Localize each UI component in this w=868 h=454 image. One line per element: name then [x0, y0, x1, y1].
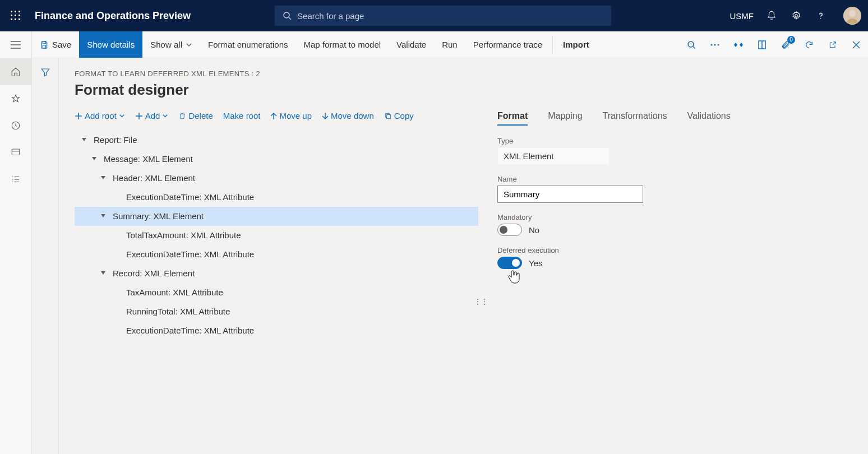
mandatory-toggle[interactable]	[497, 224, 522, 236]
popout-icon[interactable]	[821, 31, 844, 58]
tree-node[interactable]: ExecutionDateTime: XML Attribute	[75, 245, 478, 264]
caret-icon[interactable]	[90, 157, 98, 161]
show-all-label: Show all	[150, 40, 182, 49]
close-icon[interactable]	[844, 31, 868, 58]
home-icon[interactable]	[0, 58, 31, 85]
search-icon	[283, 11, 292, 20]
mandatory-value: No	[529, 225, 539, 235]
attachments-icon[interactable]: 0	[774, 31, 797, 58]
deferred-value: Yes	[529, 258, 542, 268]
chevron-down-icon	[162, 113, 168, 119]
splitter-icon[interactable]: ⋮⋮	[478, 111, 484, 340]
tree-node[interactable]: TotalTaxAmount: XML Attribute	[75, 226, 478, 245]
caret-icon[interactable]	[99, 214, 107, 219]
tab-mapping[interactable]: Mapping	[548, 111, 582, 126]
map-format-button[interactable]: Map format to model	[296, 31, 389, 58]
search-box[interactable]: Search for a page	[275, 6, 611, 26]
tree-toolbar: Add root Add Delete Make root Move up Mo…	[75, 111, 478, 121]
help-icon[interactable]	[814, 9, 828, 22]
make-root-button[interactable]: Make root	[223, 111, 261, 121]
tree-node[interactable]: ExecutionDateTime: XML Attribute	[75, 321, 478, 340]
star-icon[interactable]	[0, 85, 31, 112]
attachments-badge: 0	[787, 36, 795, 44]
action-bar: Save Show details Show all Format enumer…	[32, 31, 868, 58]
save-button[interactable]: Save	[32, 31, 79, 58]
search-toolbar-icon[interactable]	[680, 31, 703, 58]
type-value: XML Element	[497, 147, 610, 165]
hamburger-icon[interactable]	[0, 31, 31, 58]
avatar[interactable]	[843, 7, 861, 25]
workspace-icon[interactable]	[0, 139, 31, 166]
caret-icon[interactable]	[80, 138, 88, 142]
tree-node[interactable]: RunningTotal: XML Attribute	[75, 302, 478, 321]
tree-node[interactable]: Summary: XML Element	[75, 207, 478, 226]
tab-validations[interactable]: Validations	[687, 111, 731, 126]
svg-rect-28	[43, 45, 45, 48]
tree-node[interactable]: Record: XML Element	[75, 264, 478, 283]
add-root-button[interactable]: Add root	[75, 111, 125, 121]
tab-format[interactable]: Format	[497, 111, 528, 126]
svg-rect-1	[15, 11, 16, 12]
show-all-button[interactable]: Show all	[142, 31, 200, 58]
bell-icon[interactable]	[765, 9, 778, 22]
tab-transformations[interactable]: Transformations	[603, 111, 667, 126]
import-button[interactable]: Import	[555, 31, 597, 58]
search-placeholder: Search for a page	[297, 11, 364, 21]
run-button[interactable]: Run	[434, 31, 465, 58]
chevron-down-icon	[186, 41, 192, 48]
filter-icon[interactable]	[40, 67, 50, 77]
svg-rect-42	[386, 114, 390, 118]
tree-node[interactable]: Header: XML Element	[75, 169, 478, 188]
refresh-icon[interactable]	[797, 31, 821, 58]
more-icon[interactable]	[703, 31, 727, 58]
svg-point-14	[849, 10, 856, 17]
recent-icon[interactable]	[0, 112, 31, 139]
caret-icon[interactable]	[99, 176, 107, 180]
tree-node-label: ExecutionDateTime: XML Attribute	[121, 245, 254, 264]
performance-trace-button[interactable]: Performance trace	[465, 31, 550, 58]
content-area: FORMAT TO LEARN DEFERRED XML ELEMENTS : …	[59, 58, 868, 454]
tree-node-label: RunningTotal: XML Attribute	[121, 302, 230, 321]
tree-node-label: Record: XML Element	[107, 264, 195, 283]
app-title: Finance and Operations Preview	[35, 10, 191, 22]
validate-button[interactable]: Validate	[389, 31, 434, 58]
office-icon[interactable]	[750, 31, 774, 58]
svg-point-12	[820, 18, 821, 19]
page-title: Format designer	[75, 81, 852, 99]
format-enumerations-button[interactable]: Format enumerations	[200, 31, 296, 58]
svg-rect-6	[11, 18, 12, 20]
company-label[interactable]: USMF	[730, 11, 754, 21]
properties-panel: Format Mapping Transformations Validatio…	[484, 111, 852, 340]
svg-rect-5	[19, 15, 20, 16]
main-area: FORMAT TO LEARN DEFERRED XML ELEMENTS : …	[32, 58, 868, 454]
name-input[interactable]	[497, 186, 643, 203]
copy-button[interactable]: Copy	[384, 111, 414, 121]
tree-node[interactable]: ExecutionDateTime: XML Attribute	[75, 188, 478, 207]
move-down-button[interactable]: Move down	[322, 111, 374, 121]
deferred-toggle[interactable]	[497, 257, 522, 269]
format-tree[interactable]: Report: FileMessage: XML ElementHeader: …	[75, 131, 478, 340]
gear-icon[interactable]	[789, 9, 803, 22]
modules-icon[interactable]	[0, 166, 31, 193]
tree-node-label: Summary: XML Element	[107, 207, 204, 226]
tree-node[interactable]: TaxAmount: XML Attribute	[75, 283, 478, 302]
svg-point-32	[714, 44, 716, 45]
caret-icon[interactable]	[99, 271, 107, 276]
delete-button[interactable]: Delete	[178, 111, 213, 121]
svg-rect-8	[19, 18, 20, 20]
link-icon[interactable]	[727, 31, 750, 58]
save-label: Save	[52, 40, 71, 49]
tree-node[interactable]: Message: XML Element	[75, 150, 478, 169]
tree-node-label: Report: File	[88, 131, 137, 150]
waffle-icon[interactable]	[7, 7, 25, 25]
show-details-button[interactable]: Show details	[79, 31, 142, 58]
tree-node[interactable]: Report: File	[75, 131, 478, 150]
add-button[interactable]: Add	[135, 111, 169, 121]
show-details-label: Show details	[87, 40, 135, 49]
chevron-down-icon	[119, 113, 125, 119]
svg-line-30	[693, 47, 695, 49]
tree-node-label: TaxAmount: XML Attribute	[121, 283, 223, 302]
move-up-button[interactable]: Move up	[270, 111, 312, 121]
svg-point-11	[795, 15, 798, 17]
svg-point-33	[718, 44, 719, 45]
